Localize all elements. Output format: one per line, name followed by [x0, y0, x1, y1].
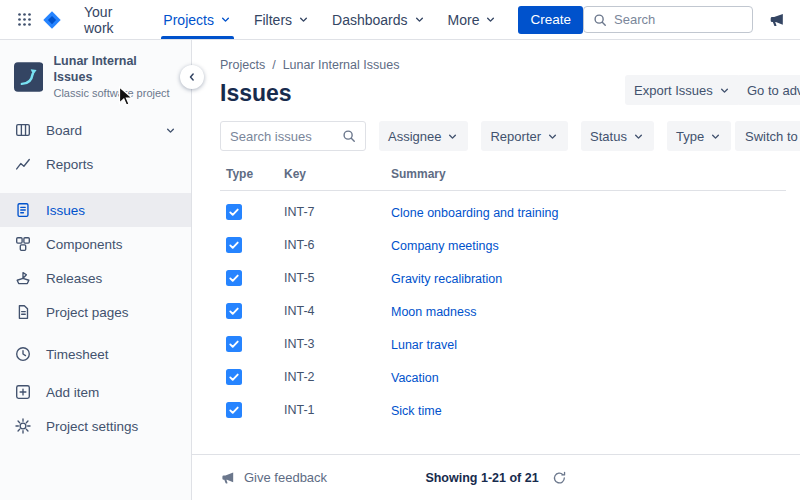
sidebar-item-board[interactable]: Board: [0, 113, 191, 147]
board-icon: [14, 121, 32, 139]
chevron-down-icon: [219, 13, 232, 26]
primary-nav: Your workProjectsFiltersDashboardsMore: [73, 0, 508, 39]
jira-home-link[interactable]: [41, 9, 63, 31]
issues-table-body: INT-7Clone onboarding and trainingINT-6C…: [220, 191, 786, 426]
sidebar-item-releases[interactable]: Releases: [0, 261, 191, 295]
issue-row: INT-4Moon madness: [220, 294, 786, 327]
filter-status-dropdown[interactable]: Status: [581, 121, 654, 151]
task-type-icon: [226, 204, 242, 220]
issue-summary-link[interactable]: Moon madness: [391, 305, 476, 319]
nav-item-dashboards[interactable]: Dashboards: [321, 0, 437, 39]
nav-item-filters[interactable]: Filters: [243, 0, 321, 39]
jira-logo: [41, 9, 63, 31]
sidebar-item-components[interactable]: Components: [0, 227, 191, 261]
table-footer: Give feedback Showing 1-21 of 21: [192, 454, 800, 500]
reports-icon: [14, 155, 32, 173]
export-issues-button[interactable]: Export Issues: [625, 75, 740, 105]
issue-row: INT-5Gravity recalibration: [220, 261, 786, 294]
feedback-megaphone-button[interactable]: [768, 11, 786, 29]
refresh-icon: [553, 471, 567, 485]
app-switcher-button[interactable]: [14, 9, 35, 30]
chevron-down-icon: [546, 130, 559, 143]
task-type-icon: [226, 336, 242, 352]
issue-search-input[interactable]: [230, 129, 342, 144]
export-issues-label: Export Issues: [634, 83, 713, 98]
sidebar-item-project-settings[interactable]: Project settings: [0, 409, 191, 443]
issue-type-cell[interactable]: [226, 270, 284, 286]
sidebar-item-label: Project settings: [46, 419, 138, 434]
sidebar-item-label: Project pages: [46, 305, 129, 320]
expand-chevron: [164, 124, 177, 137]
go-to-advanced-search-button[interactable]: Go to advanced search: [737, 75, 800, 105]
issue-type-cell[interactable]: [226, 204, 284, 220]
breadcrumb-projects-link[interactable]: Projects: [220, 58, 265, 72]
issue-row: INT-6Company meetings: [220, 228, 786, 261]
sidebar-item-reports[interactable]: Reports: [0, 147, 191, 181]
filter-reporter-dropdown[interactable]: Reporter: [481, 121, 568, 151]
sidebar-item-label: Releases: [46, 271, 102, 286]
sidebar-item-project-pages[interactable]: Project pages: [0, 295, 191, 329]
sidebar-item-add-item[interactable]: Add item: [0, 375, 191, 409]
issue-summary-link[interactable]: Vacation: [391, 371, 439, 385]
issue-row: INT-2Vacation: [220, 360, 786, 393]
issue-summary-link[interactable]: Sick time: [391, 404, 442, 418]
megaphone-icon: [220, 470, 236, 486]
issue-type-cell[interactable]: [226, 336, 284, 352]
issue-key: INT-7: [284, 205, 391, 219]
give-feedback-button[interactable]: Give feedback: [220, 470, 327, 486]
chevron-down-icon: [297, 13, 310, 26]
issue-type-cell[interactable]: [226, 369, 284, 385]
filter-dropdown-label: Status: [590, 129, 627, 144]
nav-item-projects[interactable]: Projects: [152, 0, 243, 39]
refresh-button[interactable]: [553, 471, 567, 485]
issue-summary-cell: Moon madness: [391, 303, 786, 319]
issue-type-cell[interactable]: [226, 402, 284, 418]
issue-type-cell[interactable]: [226, 303, 284, 319]
filter-dropdown-label: Assignee: [388, 129, 441, 144]
issue-summary-link[interactable]: Lunar travel: [391, 338, 457, 352]
issue-key: INT-1: [284, 403, 391, 417]
issue-summary-link[interactable]: Company meetings: [391, 239, 499, 253]
issue-summary-cell: Lunar travel: [391, 336, 786, 352]
issue-key: INT-3: [284, 337, 391, 351]
issue-key: INT-6: [284, 238, 391, 252]
showing-label: Showing 1-21 of 21: [425, 471, 538, 485]
nav-item-more[interactable]: More: [437, 0, 509, 39]
search-icon: [342, 129, 356, 143]
sidebar-collapse-button[interactable]: [180, 65, 204, 89]
create-button[interactable]: Create: [518, 6, 583, 34]
issue-row: INT-7Clone onboarding and training: [220, 195, 786, 228]
topnav-right: [583, 6, 786, 33]
issue-key: INT-2: [284, 370, 391, 384]
issues-table: Type Key Summary INT-7Clone onboarding a…: [220, 167, 786, 426]
filter-type-dropdown[interactable]: Type: [667, 121, 731, 151]
issue-summary-link[interactable]: Gravity recalibration: [391, 272, 502, 286]
filter-dropdown-label: Reporter: [490, 129, 541, 144]
sidebar-item-issues[interactable]: Issues: [0, 193, 191, 227]
breadcrumb-project-link[interactable]: Lunar Internal Issues: [283, 58, 400, 72]
jira-app: { "colors": { "brand": "#0052CC", "link"…: [0, 0, 800, 500]
chevron-left-icon: [186, 71, 198, 83]
go-to-advanced-search-label: Go to advanced search: [747, 83, 800, 98]
chevron-down-icon: [632, 130, 645, 143]
nav-item-your-work[interactable]: Your work: [73, 0, 152, 39]
column-header-key: Key: [284, 167, 391, 181]
megaphone-icon: [768, 11, 786, 29]
issue-summary-link[interactable]: Clone onboarding and training: [391, 206, 559, 220]
settings-icon: [14, 417, 32, 435]
global-search-input[interactable]: [614, 12, 743, 27]
issue-row: INT-3Lunar travel: [220, 327, 786, 360]
issue-summary-cell: Gravity recalibration: [391, 270, 786, 286]
sidebar: Lunar Internal Issues Classic software p…: [0, 40, 192, 500]
timesheet-icon: [14, 345, 32, 363]
nav-item-label: More: [448, 12, 480, 28]
issues-icon: [14, 201, 32, 219]
column-header-summary: Summary: [391, 167, 786, 181]
issue-type-cell[interactable]: [226, 237, 284, 253]
project-meta: Lunar Internal Issues Classic software p…: [53, 54, 177, 99]
chevron-down-icon: [446, 130, 459, 143]
switch-view-button[interactable]: Switch to detail view: [735, 121, 800, 151]
pages-icon: [14, 303, 32, 321]
sidebar-item-timesheet[interactable]: Timesheet: [0, 337, 191, 371]
filter-assignee-dropdown[interactable]: Assignee: [379, 121, 468, 151]
